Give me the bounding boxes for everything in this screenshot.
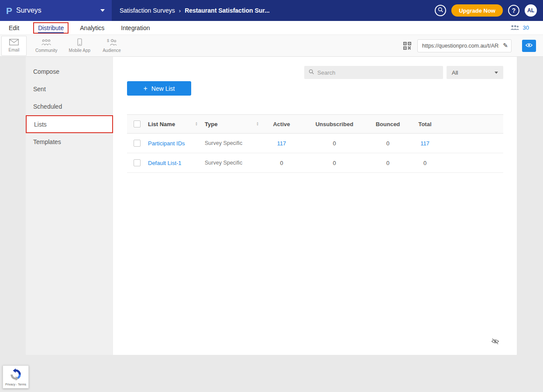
bounced-count: 0 [371,160,404,166]
eye-icon [526,42,533,49]
column-header-unsubscribed: Unsubscribed [297,121,371,127]
upgrade-now-button[interactable]: Upgrade Now [451,4,503,17]
sidebar-item-scheduled[interactable]: Scheduled [26,98,113,115]
lists-table: List Name ▲▼ Type ▲▼ Active Unsubscribed… [127,114,503,173]
preview-button[interactable] [522,40,536,52]
list-name-link[interactable]: Participant IDs [148,140,185,147]
product-name: Surveys [16,7,41,14]
search-icon [438,7,443,14]
chevron-down-icon [100,9,105,12]
breadcrumb-separator-icon: › [179,7,181,14]
respondent-counter[interactable]: 30 [510,24,537,31]
table-header-row: List Name ▲▼ Type ▲▼ Active Unsubscribed… [127,114,503,134]
breadcrumb-parent[interactable]: Satisfaction Surveys [120,7,175,14]
tab-distribute[interactable]: Distribute [33,22,69,34]
sidebar-item-templates[interactable]: Templates [26,133,113,151]
content-area: Compose Sent Scheduled Lists Templates A… [26,57,517,355]
list-filters: All [127,66,503,79]
breadcrumb: Satisfaction Surveys › Restaurant Satisf… [112,7,270,14]
total-count[interactable]: 117 [404,140,446,147]
tab-integration[interactable]: Integration [118,24,152,32]
search-input[interactable] [317,69,439,76]
channel-community[interactable]: Community [33,36,60,56]
breadcrumb-current: Restaurant Satisfaction Sur... [185,7,270,14]
channel-audience[interactable]: $ Audience [99,36,124,56]
active-count: 0 [266,160,297,166]
select-all-checkbox[interactable] [134,120,141,127]
email-icon [9,39,19,46]
channel-audience-label: Audience [103,48,121,53]
unsubscribed-count: 0 [297,140,371,147]
product-switcher[interactable]: P Surveys [0,0,112,21]
recaptcha-badge[interactable]: Privacy - Terms [3,365,29,389]
tab-analytics[interactable]: Analytics [77,24,107,32]
list-type: Survey Specific [205,140,266,146]
channel-email-label: Email [8,48,19,52]
chevron-down-icon [495,72,498,74]
search-icon [309,69,314,76]
list-type-filter[interactable]: All [447,66,503,79]
lists-panel: All + New List List Name ▲▼ Type ▲▼ Acti… [113,57,517,355]
channel-mobile-app[interactable]: Mobile App [66,36,93,56]
sidebar-item-lists[interactable]: Lists [26,115,113,133]
survey-url-input[interactable] [417,39,512,52]
plus-icon: + [143,85,147,92]
new-list-button[interactable]: + New List [127,81,191,96]
column-header-type[interactable]: Type [205,121,217,127]
list-name-link[interactable]: Default List-1 [148,160,182,166]
sidebar-item-sent[interactable]: Sent [26,80,113,98]
filter-selected-value: All [452,69,458,76]
edit-pencil-icon[interactable]: ✎ [503,42,508,49]
channel-email[interactable]: Email [1,36,27,56]
avatar[interactable]: AL [525,4,537,17]
list-type: Survey Specific [205,160,266,166]
audience-icon: $ [107,38,117,47]
unsubscribed-count: 0 [297,160,371,166]
table-row: Default List-1 Survey Specific 0 0 0 0 [127,153,503,173]
channel-mobile-app-label: Mobile App [69,48,90,53]
community-icon [41,39,52,47]
respondent-count: 30 [523,24,529,31]
email-sidebar: Compose Sent Scheduled Lists Templates [26,57,113,355]
channel-community-label: Community [35,48,58,53]
topbar-actions: Upgrade Now ? AL [435,4,543,17]
column-header-total: Total [404,121,446,127]
active-count[interactable]: 117 [266,140,297,147]
total-count: 0 [404,160,446,166]
qr-code-icon[interactable] [403,42,411,50]
sidebar-item-compose[interactable]: Compose [26,63,113,80]
sort-icon[interactable]: ▲▼ [195,122,198,126]
people-icon [510,24,519,31]
column-header-list-name[interactable]: List Name [148,121,175,127]
survey-link-tools: ✎ [403,39,536,52]
recaptcha-privacy-terms[interactable]: Privacy - Terms [5,383,26,386]
column-header-active: Active [266,121,297,127]
questionpro-logo: P [6,6,12,15]
mobile-phone-icon [77,38,82,47]
new-list-label: New List [151,85,175,92]
recaptcha-logo-icon [10,368,22,382]
nav-tabs: Edit Distribute Analytics Integration 30 [0,21,543,35]
help-button[interactable]: ? [508,5,519,16]
svg-text:$: $ [107,38,109,43]
search-button[interactable] [435,5,446,16]
top-bar: P Surveys Satisfaction Surveys › Restaur… [0,0,543,21]
tab-distribute-label: Distribute [38,24,64,33]
table-row: Participant IDs Survey Specific 117 0 0 … [127,134,503,153]
eye-slash-icon[interactable] [491,338,499,346]
bounced-count: 0 [371,140,404,147]
list-search[interactable] [304,66,443,79]
sort-icon[interactable]: ▲▼ [256,122,259,126]
column-header-bounced: Bounced [371,121,404,127]
tab-edit[interactable]: Edit [6,24,22,32]
row-checkbox[interactable] [134,140,141,147]
row-checkbox[interactable] [134,159,141,166]
channel-toolbar: Email Community Mobile App $ Audience ✎ [0,35,543,57]
